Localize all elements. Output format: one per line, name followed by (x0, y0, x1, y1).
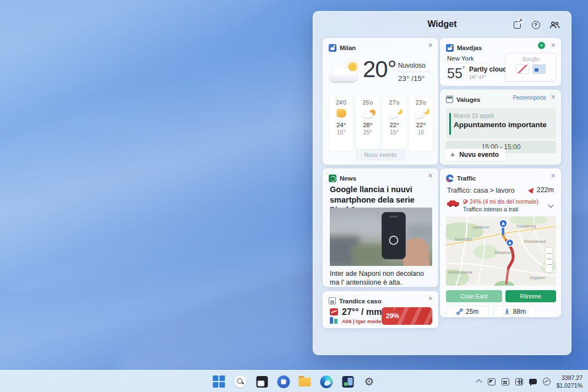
tray-grid-icon[interactable] (515, 378, 523, 385)
map-label: Elooeseraud (524, 239, 546, 243)
windows-icon (213, 375, 225, 388)
tray-keyboard-icon[interactable] (502, 378, 509, 385)
traffic-widget[interactable]: Traffic × Traffico: casa > lavoro 222m 2… (440, 168, 561, 317)
close-icon[interactable]: × (428, 295, 433, 302)
calendar-link[interactable]: Peorennporte (513, 95, 546, 101)
route-label: Traffico: casa > lavoro (447, 187, 515, 194)
chevron-up-icon[interactable] (476, 379, 482, 385)
bar-icon (330, 317, 333, 324)
trends-widget[interactable]: Trandice caso × 27°° / mmi A06 | tger mo… (323, 291, 438, 328)
news-image[interactable] (330, 208, 432, 266)
map-thumbnail (532, 64, 546, 74)
route-option-button[interactable]: Cose Earit (446, 290, 502, 302)
trend-subtext: A06 | tger mode (342, 318, 381, 324)
start-button[interactable] (213, 375, 226, 388)
open-external-icon[interactable]: ↗ (510, 18, 524, 31)
close-icon[interactable]: × (551, 172, 556, 179)
current-conditions: 20° Nuvoloso 23° /15° (323, 55, 438, 91)
delay-text: 24% (4 mi dis del normale) (463, 198, 538, 205)
new-event-button[interactable]: Nuvu evento (356, 149, 405, 160)
taskbar: ⚙ 3387.27 $1.0271% (0, 370, 588, 392)
weather-app-icon (329, 44, 336, 52)
tray-message-icon[interactable] (529, 379, 537, 384)
forecast-row: 24'0 24° 15° 25'o 28° 25° 27'o 22° 15° (329, 96, 433, 152)
traffic-app-icon (446, 175, 454, 182)
add-icon[interactable]: + (538, 42, 545, 49)
desktop: Widget ↗ ? (0, 0, 588, 392)
forecast-high: 22° (383, 122, 406, 128)
news-widget[interactable]: News × Google llancia i nuuvi smartphone… (323, 168, 438, 287)
card-header: Trandice caso × (323, 292, 438, 306)
panel-actions: ↗ ? (510, 18, 561, 31)
close-icon[interactable]: × (428, 41, 433, 49)
card-header: Mavdjas + × (440, 39, 560, 53)
calendar-app-icon (446, 96, 453, 103)
new-event-button[interactable]: + Nuvu evento (446, 149, 505, 161)
close-icon[interactable]: × (428, 172, 433, 179)
card-title: Traffic (457, 175, 476, 182)
tray-network-icon[interactable] (543, 378, 551, 385)
condition-text: Partly cloudy (469, 66, 510, 73)
news-app-icon (329, 175, 336, 182)
widgets-panel-header: Widget ↗ ? (313, 12, 571, 38)
tray-ticker[interactable]: 3387.27 $1.0271% (557, 374, 582, 389)
card-header: News × (323, 169, 438, 183)
forecast-low: 16 (409, 129, 433, 135)
forecast-day[interactable]: 25'o 28° 25° (355, 96, 380, 152)
card-title: News (340, 175, 356, 182)
distance-value: 222m (537, 186, 554, 194)
search-button[interactable] (234, 375, 247, 388)
settings-button[interactable]: ⚙ (363, 375, 376, 388)
condition-text: Nuvoloso (398, 62, 430, 72)
map-label: Ocgoenn (530, 276, 545, 280)
event-date: Marrrli 23 appril (454, 112, 551, 119)
weather-widget-newyork[interactable]: Mavdjas + × New York 55° Partly cloudy 1… (440, 38, 561, 86)
time-pill[interactable]: 88m (493, 306, 536, 317)
temp-range: 23° /15° (398, 72, 430, 83)
forecast-day[interactable]: 24'0 24° 15° (329, 96, 353, 152)
route-confirm-button[interactable]: Rlinnme (505, 290, 556, 302)
file-explorer-button[interactable] (298, 375, 312, 388)
calendar-widget[interactable]: Vaiuges Peorennporte × Marrrli 23 appril… (440, 90, 561, 165)
current-temp: 55° (447, 65, 465, 81)
map-zoom-control[interactable] (545, 247, 553, 273)
no-entry-icon (463, 199, 467, 204)
trend-badge[interactable]: 29% (382, 307, 432, 325)
forecast-day[interactable]: 23'o 22° 16 (409, 96, 433, 152)
traffic-status-row: 24% (4 mi dis del normale) Traffico inte… (447, 198, 555, 213)
folder-icon (299, 378, 311, 387)
sun-icon (329, 107, 353, 121)
ticker-change: $1.0271% (557, 382, 582, 389)
card-header: Milan × (323, 39, 438, 53)
exchange-icon (330, 308, 338, 315)
taskbar-center: ⚙ (213, 371, 376, 392)
weather-mini-card[interactable]: Socglo (505, 53, 556, 81)
task-view-button[interactable] (255, 375, 269, 388)
forecast-day[interactable]: 27'o 22° 15° (382, 96, 407, 152)
weather-widget-milan[interactable]: Milan × 20° Nuvoloso 23° /15° 24'0 24° 1… (323, 38, 438, 165)
store-app-button[interactable] (341, 375, 355, 388)
widgets-app-button[interactable] (277, 375, 290, 388)
share-arrow: ↗ (518, 19, 522, 24)
help-glyph: ? (532, 21, 540, 29)
forecast-low: 15° (383, 129, 406, 135)
traffic-stats: 25m 88m (446, 306, 536, 317)
condition-block: Nuvoloso 23° /15° (398, 62, 430, 83)
card-title: Milan (340, 45, 356, 51)
route-icon (456, 308, 463, 315)
map-label: Lsedeoun (472, 225, 489, 229)
distance-pill[interactable]: 25m (446, 306, 489, 317)
gear-icon: ⚙ (364, 376, 374, 387)
traffic-map[interactable]: Lsedeoun Coojajeong Ssovdenn Elooeseraud… (446, 216, 556, 286)
edge-button[interactable] (320, 375, 333, 388)
close-icon[interactable]: × (551, 41, 556, 49)
close-icon[interactable]: × (551, 93, 556, 101)
people-icon[interactable] (548, 18, 561, 31)
help-icon[interactable]: ? (529, 18, 542, 31)
event-card[interactable]: Marrrli 23 appril Appuntamento important… (446, 108, 556, 139)
forecast-high: 24° (329, 122, 353, 128)
tray-ink-icon[interactable] (488, 378, 496, 385)
navigation-icon (528, 186, 536, 194)
task-view-icon (256, 376, 268, 388)
news-caption[interactable]: Inter ade Naponi non decolano ma l' ante… (330, 269, 432, 287)
